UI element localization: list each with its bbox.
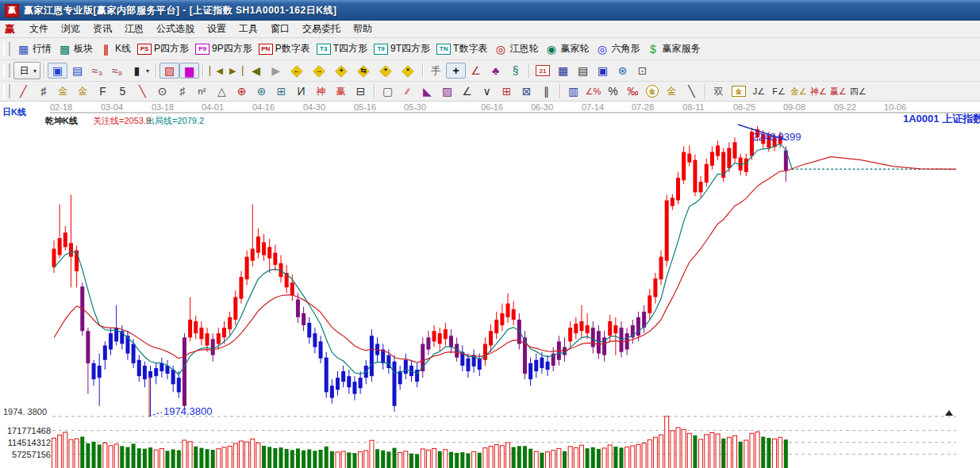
- zoom-out-button[interactable]: ◆*: [375, 61, 397, 80]
- window-layout-button[interactable]: ▣: [48, 63, 67, 79]
- kline-button[interactable]: ∥K线: [96, 40, 134, 57]
- gold-lines-1-button[interactable]: 金: [53, 83, 73, 99]
- winner-wheel-button[interactable]: ◉赢家轮: [541, 40, 592, 57]
- fan-box-button[interactable]: ◣: [417, 83, 437, 99]
- p-number-table-button[interactable]: PNP数字表: [256, 40, 313, 57]
- ying-angle-button[interactable]: 赢∠: [828, 83, 848, 99]
- hexagon-button[interactable]: ◎六角形: [592, 40, 643, 57]
- swap-button[interactable]: ◆⇆: [352, 61, 375, 80]
- marker-pen-button[interactable]: ╲: [133, 83, 152, 99]
- shen-angle-button[interactable]: 神∠: [809, 83, 828, 99]
- blue-grid-button[interactable]: ⊠: [517, 83, 536, 99]
- p-square-button[interactable]: PSP四方形: [134, 40, 192, 57]
- quotes-button[interactable]: ▦行情: [13, 40, 55, 57]
- print-button[interactable]: ⊡: [632, 63, 652, 79]
- parallel-lines-button[interactable]: ∥: [536, 83, 556, 99]
- hash-lines-button[interactable]: ♯: [172, 83, 192, 99]
- calendar-button[interactable]: 21: [532, 63, 553, 78]
- gold-box-button[interactable]: 金: [728, 84, 749, 98]
- wave-9-button[interactable]: ≈₉: [107, 63, 127, 79]
- star-grid-button[interactable]: ⊛: [252, 83, 271, 99]
- si-angle-button[interactable]: 四∠: [848, 83, 868, 99]
- v-lines-button[interactable]: ∨: [477, 83, 497, 99]
- menu-item-5[interactable]: 设置: [201, 21, 233, 36]
- period-daily-button[interactable]: 日▾: [13, 62, 40, 79]
- zoom-in-glyph: +: [339, 67, 343, 75]
- gold-circle-button[interactable]: 金: [643, 83, 662, 99]
- mirror-angle-button[interactable]: △: [212, 83, 232, 99]
- menu-item-2[interactable]: 资讯: [86, 21, 118, 36]
- volume-bar: [494, 444, 498, 468]
- gann-wheel-button[interactable]: ◎江恩轮: [490, 40, 541, 57]
- percent-slope-button[interactable]: ∠%: [583, 83, 603, 99]
- menu-item-8[interactable]: 交易委托: [296, 21, 347, 36]
- notes-button[interactable]: ▤: [573, 63, 593, 79]
- menu-item-9[interactable]: 帮助: [347, 21, 379, 36]
- pen-tool-button[interactable]: ╱: [13, 83, 33, 99]
- first-page-button[interactable]: ▏◀: [206, 63, 226, 79]
- compass-circle-button[interactable]: ⊙: [152, 83, 172, 99]
- candle-style-button[interactable]: ▮▾: [127, 63, 152, 79]
- smart-lines-button[interactable]: §: [505, 63, 525, 79]
- ninep-square-button[interactable]: P99P四方形: [192, 40, 256, 57]
- double-tool-button[interactable]: 双: [709, 83, 728, 99]
- ninet-square-button[interactable]: T99T四方形: [371, 40, 433, 57]
- price-table-button[interactable]: ▥: [563, 83, 583, 99]
- menu-item-6[interactable]: 工具: [233, 21, 264, 36]
- wave-count-button[interactable]: И: [291, 83, 311, 99]
- menu-item-4[interactable]: 公式选股: [150, 21, 201, 36]
- shen-tool-button[interactable]: 神: [311, 83, 331, 99]
- web-data-button[interactable]: ⊛: [613, 63, 632, 79]
- menu-item-7[interactable]: 窗口: [264, 21, 296, 36]
- kline-chart-canvas[interactable]: 02-1803-0403-1804-0104-1604-3005-1605-30…: [0, 102, 980, 468]
- last-page-button[interactable]: ▶▕: [226, 63, 246, 79]
- brush-tool-button[interactable]: ╲: [682, 83, 701, 99]
- percent-line-button[interactable]: ‰: [623, 83, 643, 99]
- shift-left-button[interactable]: ◆←: [286, 61, 308, 80]
- shift-right-button[interactable]: ◆→: [308, 61, 330, 80]
- panel-splitter-arrow[interactable]: [945, 410, 953, 416]
- wave-3-button[interactable]: ≈₃: [87, 63, 107, 79]
- gold-level-button[interactable]: 金: [662, 83, 682, 99]
- j-angle-button[interactable]: J∠: [749, 83, 769, 99]
- crosshair-tool-button[interactable]: +: [446, 63, 466, 79]
- purple-marker-button[interactable]: ♣: [486, 63, 505, 79]
- report-button[interactable]: ▤: [67, 63, 87, 79]
- menu-item-3[interactable]: 江恩: [118, 21, 150, 36]
- menu-item-0[interactable]: 文件: [23, 21, 55, 36]
- square-grid-button[interactable]: ⊞: [271, 83, 291, 99]
- f-lines-button[interactable]: F: [93, 83, 113, 99]
- prev-bar-icon: ◀: [249, 64, 263, 77]
- next-bar-button[interactable]: ▶: [266, 63, 286, 79]
- n-square-lines-button[interactable]: n²: [192, 83, 212, 99]
- f-angle-button[interactable]: F∠: [769, 83, 789, 99]
- winner-service-button[interactable]: $赢家服务: [643, 40, 703, 57]
- calculator-button[interactable]: ▦: [553, 63, 573, 79]
- menu-item-1[interactable]: 浏览: [55, 21, 86, 36]
- fan-lines-button[interactable]: ∕∕: [398, 83, 417, 99]
- color-volume-button[interactable]: ▆: [179, 63, 199, 79]
- hand-tool-button[interactable]: 手: [426, 63, 446, 79]
- five-lines-button[interactable]: 5: [113, 83, 133, 99]
- prev-bar-button[interactable]: ◀: [246, 63, 266, 79]
- sectors-button[interactable]: ▩板块: [55, 40, 96, 57]
- angle-measure-button[interactable]: ∠: [466, 63, 486, 79]
- ruler-grid-button[interactable]: ⊟: [351, 83, 371, 99]
- save-button[interactable]: ▣: [593, 63, 613, 79]
- gann-lines-button[interactable]: ♯: [33, 83, 53, 99]
- fit-all-button[interactable]: ◆*: [397, 61, 419, 80]
- qiankun-kline-button[interactable]: ▨: [159, 63, 179, 79]
- zoom-in-button[interactable]: ◆+: [330, 61, 352, 80]
- percent-button[interactable]: %: [603, 83, 623, 99]
- diagonal-box-button[interactable]: ▨: [437, 83, 457, 99]
- gold-lines-2-button[interactable]: 金: [73, 83, 93, 99]
- t-square-button[interactable]: T3T四方形: [313, 40, 371, 57]
- gold-angle-button[interactable]: 金∠: [789, 83, 809, 99]
- circle-cross-button[interactable]: ⊕: [232, 83, 252, 99]
- ying-tool-button[interactable]: 赢: [331, 83, 351, 99]
- angle-lines-button[interactable]: ∠: [457, 83, 477, 99]
- red-grid-button[interactable]: ⊞: [497, 83, 517, 99]
- gold-circle-icon: 金: [646, 85, 659, 98]
- measure-box-button[interactable]: ▢: [378, 83, 398, 99]
- t-number-table-button[interactable]: TNT数字表: [433, 40, 490, 57]
